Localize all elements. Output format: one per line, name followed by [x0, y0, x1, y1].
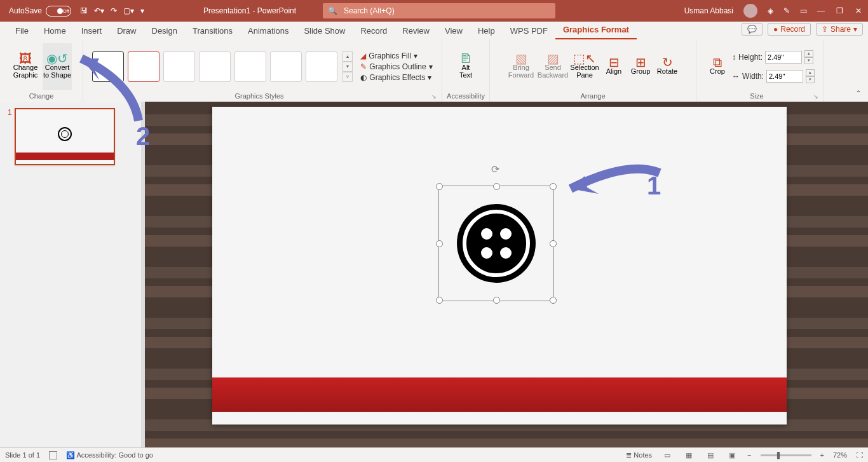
gallery-more[interactable]: ▿: [342, 72, 353, 82]
button-graphic-icon: [455, 202, 538, 285]
styles-launcher[interactable]: ↘: [431, 93, 437, 100]
pen-icon[interactable]: ✎: [783, 6, 790, 15]
handle-ml[interactable]: [436, 240, 443, 247]
normal-view-button[interactable]: ▭: [661, 450, 674, 460]
user-avatar[interactable]: [743, 4, 757, 18]
present-icon[interactable]: ▢▾: [123, 6, 134, 15]
reading-view-button[interactable]: ▤: [704, 450, 717, 460]
tab-design[interactable]: Design: [144, 22, 185, 39]
graphics-outline-button[interactable]: ✎Graphics Outline▾: [360, 62, 432, 71]
collapse-ribbon-button[interactable]: ⌃: [855, 89, 862, 98]
style-preset-2[interactable]: [128, 51, 159, 82]
handle-tl[interactable]: [436, 183, 443, 190]
user-name[interactable]: Usman Abbasi: [684, 6, 733, 15]
height-up[interactable]: ▴: [804, 50, 813, 57]
size-launcher[interactable]: ↘: [813, 93, 818, 100]
close-button[interactable]: ✕: [855, 6, 864, 15]
bring-forward-button[interactable]: ▧Bring Forward: [506, 43, 536, 90]
slide-1[interactable]: ⟳: [212, 107, 787, 425]
handle-mr[interactable]: [550, 240, 557, 247]
diamond-icon[interactable]: ◈: [768, 6, 773, 15]
handle-br[interactable]: [550, 297, 557, 304]
fill-label: Graphics Fill: [369, 51, 411, 60]
record-button[interactable]: ● Record: [768, 23, 811, 36]
notes-button[interactable]: ≣ Notes: [626, 451, 652, 459]
style-preset-6[interactable]: [270, 51, 302, 82]
handle-tr[interactable]: [550, 183, 557, 190]
tab-file[interactable]: File: [8, 22, 36, 39]
status-checkbox[interactable]: [49, 451, 57, 459]
tab-help[interactable]: Help: [470, 22, 503, 39]
send-backward-button[interactable]: ▨Send Backward: [538, 43, 567, 90]
tab-view[interactable]: View: [437, 22, 470, 39]
handle-bl[interactable]: [436, 297, 443, 304]
handle-bm[interactable]: [493, 297, 500, 304]
tab-wpspdf[interactable]: WPS PDF: [503, 22, 555, 39]
zoom-thumb[interactable]: [777, 452, 780, 459]
crop-button[interactable]: ⧉Crop: [705, 43, 729, 90]
style-preset-4[interactable]: [199, 51, 231, 82]
tab-home[interactable]: Home: [36, 22, 74, 39]
tab-slideshow[interactable]: Slide Show: [296, 22, 353, 39]
zoom-slider[interactable]: [761, 454, 811, 456]
fit-to-window-button[interactable]: ⛶: [856, 451, 863, 459]
selection-pane-button[interactable]: ⬚↖Selection Pane: [570, 43, 599, 90]
search-box[interactable]: 🔍: [323, 3, 555, 18]
slide-thumbnails-pane[interactable]: 1: [0, 102, 141, 448]
search-icon: 🔍: [328, 6, 337, 15]
convert-to-shape-button[interactable]: ◉↺Convert to Shape: [43, 43, 72, 90]
zoom-percent[interactable]: 72%: [833, 451, 847, 459]
slideshow-view-button[interactable]: ▣: [726, 450, 738, 460]
chevron-down-icon: ▾: [429, 62, 433, 71]
handle-tm[interactable]: [493, 183, 500, 190]
redo-icon[interactable]: ↷: [111, 6, 117, 15]
change-graphic-button[interactable]: 🖼Change Graphic: [11, 43, 40, 90]
comments-button[interactable]: 💬: [742, 23, 763, 36]
group-button[interactable]: ⊞Group: [628, 43, 653, 90]
tab-draw[interactable]: Draw: [109, 22, 144, 39]
undo-icon[interactable]: ↶▾: [94, 6, 104, 15]
width-down[interactable]: ▾: [806, 76, 815, 83]
selected-graphic[interactable]: ⟳: [438, 186, 554, 301]
thumb-1-number: 1: [8, 108, 12, 165]
zoom-out-button[interactable]: −: [747, 451, 751, 459]
rotate-button[interactable]: ↻Rotate: [655, 43, 679, 90]
zoom-in-button[interactable]: +: [820, 451, 824, 459]
rotate-handle[interactable]: ⟳: [491, 163, 499, 175]
width-up[interactable]: ▴: [806, 69, 815, 76]
maximize-button[interactable]: ❐: [836, 6, 845, 15]
graphics-effects-button[interactable]: ◐Graphics Effects▾: [360, 73, 432, 82]
share-button[interactable]: ⇪ Share ▾: [816, 23, 863, 36]
autosave-toggle[interactable]: Off: [46, 6, 71, 17]
style-preset-5[interactable]: [234, 51, 266, 82]
align-button[interactable]: ⊟Align: [602, 43, 626, 90]
alt-text-button[interactable]: 🖹Alt Text: [451, 43, 480, 90]
sorter-view-button[interactable]: ▦: [682, 450, 695, 460]
tab-animations[interactable]: Animations: [240, 22, 296, 39]
style-preset-7[interactable]: [306, 51, 337, 82]
tab-record[interactable]: Record: [353, 22, 395, 39]
height-down[interactable]: ▾: [804, 57, 813, 64]
tab-insert[interactable]: Insert: [74, 22, 110, 39]
graphics-styles-gallery[interactable]: ▴ ▾ ▿: [92, 51, 353, 82]
save-icon[interactable]: 🖫: [80, 6, 88, 15]
style-preset-3[interactable]: [163, 51, 195, 82]
search-input[interactable]: [342, 6, 440, 16]
tab-graphics-format[interactable]: Graphics Format: [555, 21, 637, 39]
minimize-button[interactable]: —: [817, 6, 826, 15]
tab-review[interactable]: Review: [395, 22, 437, 39]
gallery-down[interactable]: ▾: [342, 62, 353, 72]
qat-more-icon[interactable]: ▾: [140, 6, 144, 15]
accessibility-status[interactable]: ♿ Accessibility: Good to go: [66, 451, 153, 459]
gallery-up[interactable]: ▴: [342, 51, 353, 62]
ribbon-mode-icon[interactable]: ▭: [800, 6, 807, 15]
style-preset-1[interactable]: [92, 51, 124, 82]
tab-transitions[interactable]: Transitions: [185, 22, 240, 39]
slide-canvas-area[interactable]: ⟳ 1: [145, 102, 868, 448]
graphics-fill-button[interactable]: ◢Graphics Fill▾: [360, 51, 432, 60]
slide-thumbnail-1[interactable]: [15, 108, 115, 165]
width-input[interactable]: [766, 70, 803, 83]
group-arrange-label: Arrange: [494, 91, 692, 102]
height-input[interactable]: [765, 51, 802, 64]
svg-point-3: [500, 228, 512, 240]
